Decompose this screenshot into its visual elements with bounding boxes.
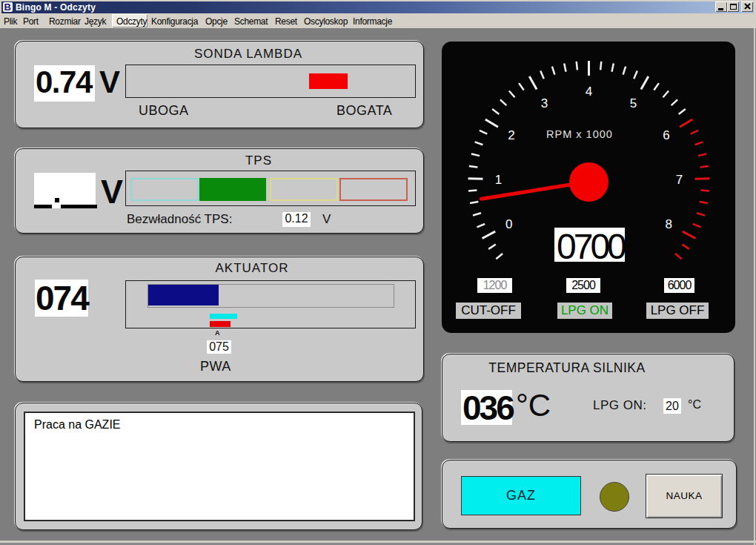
svg-text:3: 3 (541, 96, 548, 110)
svg-text:5: 5 (630, 96, 637, 110)
svg-text:6: 6 (663, 128, 669, 142)
svg-text:8: 8 (665, 217, 672, 231)
svg-text:4: 4 (586, 85, 592, 99)
svg-text:1: 1 (495, 173, 502, 187)
svg-text:7: 7 (676, 173, 683, 187)
svg-text:2: 2 (508, 128, 514, 142)
svg-text:RPM x 1000: RPM x 1000 (546, 128, 613, 140)
svg-text:0: 0 (505, 217, 512, 231)
